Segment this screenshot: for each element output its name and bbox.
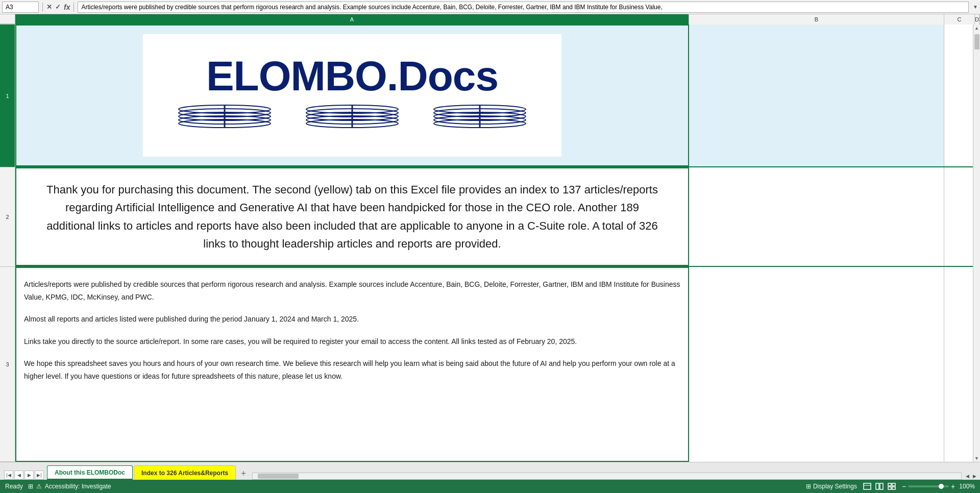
horizontal-scrollbar[interactable]	[252, 473, 962, 480]
display-settings-btn[interactable]: ⊞ Display Settings	[806, 483, 857, 490]
formula-function-icons: ✕ ✓ fx	[46, 3, 70, 11]
cell-a3[interactable]: Articles/reports were published by credi…	[15, 267, 689, 462]
display-settings-label: Display Settings	[813, 483, 857, 490]
zoom-slider[interactable]: − + 100%	[902, 482, 975, 490]
zoom-percent: 100%	[959, 483, 975, 490]
scroll-track[interactable]	[973, 32, 980, 455]
workbook-stats-icon[interactable]: ⊞	[28, 483, 33, 490]
vertical-scrollbar[interactable]: ▲ ▼	[973, 24, 980, 462]
zoom-track[interactable]	[908, 485, 949, 487]
row-3: Articles/reports were published by credi…	[15, 267, 973, 462]
row-1: ELOMBO.Docs	[15, 24, 973, 167]
display-settings-icon: ⊞	[806, 483, 811, 490]
cell-c3	[944, 267, 973, 462]
cell-reference-box[interactable]: A3	[2, 2, 39, 13]
add-sheet-button[interactable]: ＋	[237, 466, 250, 480]
sheet-prev-btn[interactable]: ◀	[14, 471, 23, 480]
row-numbers: 1 2 3	[0, 24, 15, 462]
row-num-1[interactable]: 1	[0, 24, 15, 167]
formula-bar-divider2	[74, 3, 74, 12]
body-para-2: Almost all reports and articles listed w…	[24, 313, 680, 326]
page-break-preview-icon[interactable]	[887, 482, 897, 490]
col-header-c[interactable]: C	[944, 14, 975, 24]
svg-rect-20	[876, 483, 879, 489]
svg-rect-22	[888, 483, 891, 486]
sheet-tab-about[interactable]: About this ELOMBODoc	[47, 465, 133, 480]
description-text: Thank you for purchasing this document. …	[42, 181, 663, 253]
scroll-up-arrow[interactable]: ▲	[973, 24, 981, 32]
cancel-formula-icon[interactable]: ✕	[46, 3, 52, 11]
col-header-a[interactable]: A	[15, 14, 689, 24]
status-left: Ready ⊞ ⚠ Accessibility: Investigate	[5, 483, 111, 490]
svg-rect-21	[880, 483, 883, 489]
sheet-last-btn[interactable]: ▶|	[35, 471, 44, 480]
body-para-1: Articles/reports were published by credi…	[24, 278, 680, 304]
col-header-b[interactable]: B	[689, 14, 944, 24]
cell-b2	[689, 167, 944, 266]
status-icons: ⊞ ⚠ Accessibility: Investigate	[28, 483, 111, 490]
svg-rect-24	[888, 487, 891, 489]
zoom-minus-btn[interactable]: −	[902, 482, 906, 490]
zoom-handle[interactable]	[939, 484, 944, 489]
insert-function-icon[interactable]: fx	[64, 3, 70, 11]
sheet-first-btn[interactable]: |◀	[4, 471, 13, 480]
logo-text: ELOMBO.Docs	[206, 55, 498, 97]
body-para-3: Links take you directly to the source ar…	[24, 335, 680, 348]
col-header-d[interactable]: D	[975, 14, 979, 24]
row-num-2[interactable]: 2	[0, 167, 15, 267]
scroll-down-arrow[interactable]: ▼	[973, 455, 981, 462]
cell-b1	[689, 24, 944, 166]
corner-cell	[0, 14, 15, 23]
body-para-4: We hope this spreadsheet saves you hours…	[24, 357, 680, 383]
svg-rect-25	[892, 487, 895, 489]
sheet-next-btn[interactable]: ▶	[24, 471, 34, 480]
confirm-formula-icon[interactable]: ✓	[55, 3, 61, 11]
status-right: ⊞ Display Settings − + 1	[806, 482, 975, 490]
column-headers: A B C D	[0, 14, 980, 24]
hscroll-right-arrow[interactable]: ▶	[971, 473, 978, 480]
hscroll-thumb[interactable]	[258, 474, 299, 479]
cell-a2[interactable]: Thank you for purchasing this document. …	[15, 167, 689, 266]
formula-input[interactable]: Articles/reports were published by credi…	[78, 2, 969, 13]
sheet-tab-index[interactable]: Index to 326 Articles&Reports	[134, 465, 236, 480]
body-text: Articles/reports were published by credi…	[24, 278, 680, 383]
cell-b3	[689, 267, 944, 462]
cell-c1	[944, 24, 973, 166]
cell-a1[interactable]: ELOMBO.Docs	[15, 24, 689, 166]
cell-c2	[944, 167, 973, 266]
logo-books	[158, 99, 546, 136]
formula-bar-divider	[42, 3, 43, 12]
cells-area: ELOMBO.Docs	[15, 24, 973, 462]
logo-container: ELOMBO.Docs	[143, 34, 561, 157]
normal-view-icon[interactable]	[862, 482, 872, 490]
svg-rect-18	[864, 483, 871, 489]
status-bar: Ready ⊞ ⚠ Accessibility: Investigate ⊞ D…	[0, 480, 980, 493]
status-ready-label: Ready	[5, 483, 23, 490]
svg-rect-23	[892, 483, 895, 486]
sheet-tabs-bar: |◀ ◀ ▶ ▶| About this ELOMBODoc Index to …	[0, 462, 980, 480]
page-layout-icon[interactable]	[874, 482, 885, 490]
scroll-thumb[interactable]	[974, 34, 979, 50]
sheet-nav: |◀ ◀ ▶ ▶|	[4, 471, 44, 480]
row-num-3[interactable]: 3	[0, 267, 15, 462]
accessibility-label[interactable]: Accessibility: Investigate	[45, 483, 111, 490]
accessibility-icon[interactable]: ⚠	[36, 483, 42, 490]
row-2: Thank you for purchasing this document. …	[15, 167, 973, 267]
hscroll-left-arrow[interactable]: ◀	[964, 473, 971, 480]
formula-expand-icon[interactable]: ▼	[973, 4, 978, 10]
zoom-plus-btn[interactable]: +	[951, 482, 955, 490]
view-icons	[862, 482, 897, 490]
